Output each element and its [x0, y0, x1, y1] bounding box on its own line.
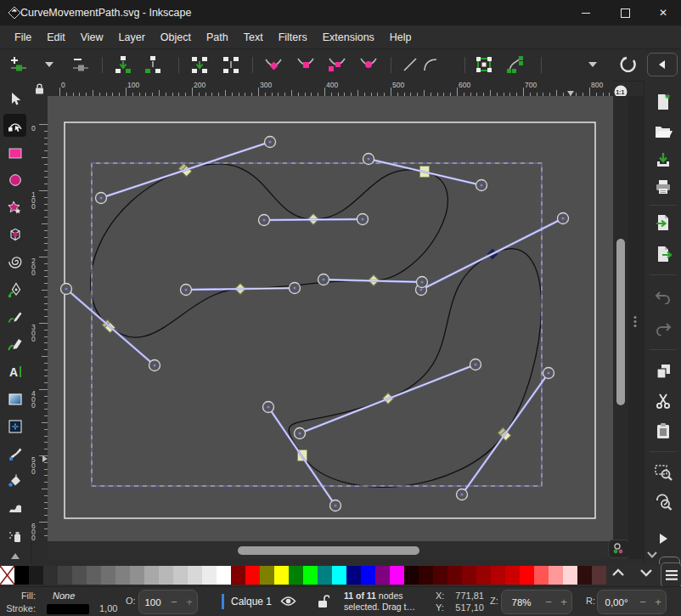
palette-swatch[interactable]: [433, 566, 447, 585]
zoom-drawing-icon[interactable]: [653, 491, 673, 511]
palette-swatch[interactable]: [520, 566, 534, 585]
rectangle-tool-icon[interactable]: [3, 141, 26, 164]
palette-swatch[interactable]: [14, 566, 29, 585]
commandbar-overflow-chevron-icon[interactable]: [646, 551, 658, 559]
palette-swatch[interactable]: [245, 566, 260, 585]
palette-scroll-up-icon[interactable]: [611, 568, 625, 578]
pencil-tool-icon[interactable]: [3, 305, 26, 328]
segment-line-icon[interactable]: [400, 54, 420, 75]
paste-icon[interactable]: [653, 421, 673, 441]
palette-swatch[interactable]: [318, 566, 332, 585]
maximize-button[interactable]: [611, 0, 639, 25]
node-symmetric-icon[interactable]: [327, 54, 347, 75]
pen-tool-icon[interactable]: [3, 278, 26, 301]
palette-swatch[interactable]: [404, 566, 419, 585]
stroke-width-value[interactable]: 1,00: [99, 603, 117, 613]
palette-swatch[interactable]: [115, 566, 130, 585]
color-managed-view-toggle[interactable]: [608, 540, 630, 558]
dock-resize-handle[interactable]: •••: [628, 96, 644, 559]
break-path-icon[interactable]: [113, 54, 133, 75]
text-tool-icon[interactable]: A: [3, 360, 26, 383]
node-auto-icon[interactable]: [358, 54, 379, 75]
palette-swatch[interactable]: [58, 566, 72, 585]
mesh-gradient-tool-icon[interactable]: [3, 415, 26, 438]
stroke-swatch[interactable]: [47, 604, 89, 614]
x-coord-dropdown-icon[interactable]: [583, 54, 603, 75]
menu-file[interactable]: File: [7, 31, 39, 43]
layer-lock-icon[interactable]: [318, 594, 329, 608]
gradient-tool-icon[interactable]: [3, 387, 26, 410]
palette-swatch[interactable]: [130, 566, 144, 585]
zoom-value[interactable]: 78%: [502, 597, 541, 608]
document-open-icon[interactable]: [653, 122, 673, 142]
menu-object[interactable]: Object: [153, 31, 199, 43]
ellipse-tool-icon[interactable]: [3, 168, 26, 191]
insert-node-icon[interactable]: [8, 54, 29, 75]
guide-lock-button[interactable]: [31, 81, 48, 96]
palette-swatch[interactable]: [534, 566, 549, 585]
spiral-tool-icon[interactable]: [3, 250, 26, 273]
palette-swatch[interactable]: [231, 566, 245, 585]
palette-swatch[interactable]: [29, 566, 43, 585]
object-to-path-icon[interactable]: [474, 54, 494, 75]
vertical-scrollbar[interactable]: [613, 96, 628, 541]
palette-swatch[interactable]: [159, 566, 173, 585]
palette-swatch[interactable]: [447, 566, 462, 585]
menu-help[interactable]: Help: [382, 31, 419, 43]
palette-swatch[interactable]: [260, 566, 274, 585]
close-button[interactable]: ✕: [649, 0, 678, 25]
tweak-tool-icon[interactable]: [3, 497, 26, 520]
layer-name[interactable]: Calque 1: [231, 596, 272, 608]
menu-text[interactable]: Text: [236, 31, 271, 43]
palette-swatch[interactable]: [202, 566, 217, 585]
paint-bucket-tool-icon[interactable]: [3, 469, 26, 492]
node-corner-icon[interactable]: [263, 54, 284, 75]
show-transform-handles-icon[interactable]: [618, 54, 639, 75]
palette-swatch[interactable]: [361, 566, 375, 585]
toolbox-overflow-icon[interactable]: [3, 550, 26, 562]
selector-tool-icon[interactable]: [3, 87, 26, 110]
rotation-spinbox[interactable]: 0,00° − +: [597, 590, 667, 614]
zoom-increase-button[interactable]: +: [556, 596, 571, 608]
palette-swatch[interactable]: [72, 566, 87, 585]
palette-menu-button[interactable]: [661, 562, 681, 588]
horizontal-ruler[interactable]: 0100200300400500600700800: [48, 81, 613, 97]
zoom-spinbox[interactable]: 78% − +: [501, 590, 572, 614]
palette-swatch[interactable]: [332, 566, 346, 585]
palette-swatch[interactable]: [491, 566, 505, 585]
menu-extensions[interactable]: Extensions: [315, 31, 382, 43]
export-icon[interactable]: [653, 244, 673, 264]
palette-swatch[interactable]: [375, 566, 390, 585]
redo-icon[interactable]: [653, 319, 673, 339]
box-3d-tool-icon[interactable]: [3, 223, 26, 246]
node-smooth-icon[interactable]: [295, 54, 316, 75]
join-nodes-icon[interactable]: [189, 54, 210, 75]
calligraphy-tool-icon[interactable]: [3, 332, 26, 355]
minimize-button[interactable]: [571, 0, 600, 25]
opacity-value[interactable]: 100: [139, 597, 166, 608]
vertical-ruler[interactable]: 01 0 02 0 03 0 04 0 05 0 06 0 0: [31, 96, 48, 541]
copy-icon[interactable]: [653, 361, 673, 381]
opacity-spinbox[interactable]: 100 − +: [138, 590, 198, 614]
palette-scroll-down-icon[interactable]: [639, 568, 653, 578]
palette-swatch[interactable]: [390, 566, 404, 585]
document-new-icon[interactable]: [653, 92, 673, 112]
zoom-decrease-button[interactable]: −: [541, 596, 556, 608]
spray-tool-icon[interactable]: [3, 524, 26, 547]
palette-swatch[interactable]: [303, 566, 318, 585]
palette-swatch[interactable]: [419, 566, 433, 585]
rotation-value[interactable]: 0,00°: [598, 597, 635, 608]
document-print-icon[interactable]: [653, 177, 673, 197]
layer-visibility-icon[interactable]: [280, 595, 296, 608]
join-with-segment-icon[interactable]: [221, 54, 241, 75]
delete-segment-icon[interactable]: [143, 54, 163, 75]
menu-edit[interactable]: Edit: [39, 31, 73, 43]
palette-swatch[interactable]: [476, 566, 491, 585]
palette-swatch[interactable]: [43, 566, 58, 585]
palette-swatch[interactable]: [289, 566, 303, 585]
palette-swatch[interactable]: [173, 566, 188, 585]
palette-swatch[interactable]: [188, 566, 202, 585]
star-tool-icon[interactable]: [3, 195, 26, 218]
expand-commands-icon[interactable]: [653, 528, 673, 549]
menu-layer[interactable]: Layer: [111, 31, 153, 43]
